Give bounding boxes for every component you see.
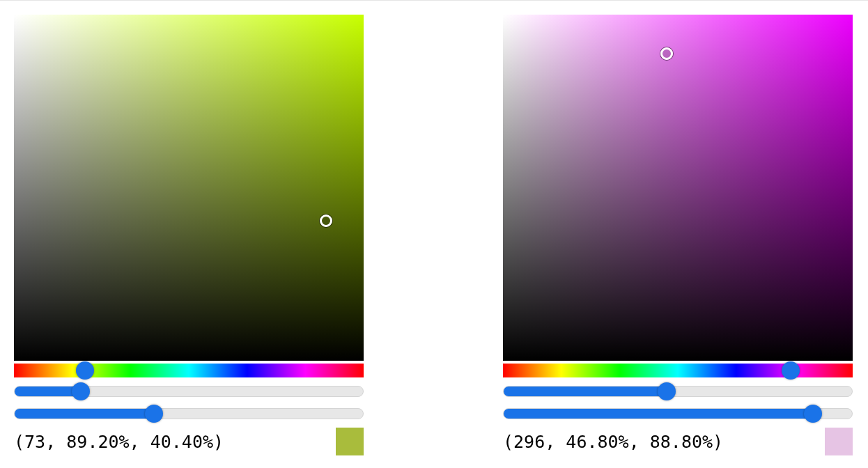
hsv-readout: (73, 89.20%, 40.40%) xyxy=(14,432,224,452)
hue-thumb[interactable] xyxy=(782,361,800,380)
slider-2-fill xyxy=(15,409,154,419)
slider-1[interactable] xyxy=(503,386,853,397)
color-swatch xyxy=(336,428,364,455)
saturation-value: 46.80% xyxy=(566,432,628,452)
slider-1-fill xyxy=(15,387,81,396)
saturation-value-area[interactable] xyxy=(503,15,853,361)
slider-2-thumb[interactable] xyxy=(804,405,822,423)
sliders-group xyxy=(14,386,364,419)
hue-value: 296 xyxy=(513,432,545,452)
hsv-readout: (296, 46.80%, 88.80%) xyxy=(503,432,723,452)
hue-value: 73 xyxy=(24,432,45,452)
black-gradient-layer xyxy=(503,15,853,361)
slider-2[interactable] xyxy=(14,408,364,419)
sliders-group xyxy=(503,386,853,419)
saturation-value: 89.20% xyxy=(66,432,129,452)
slider-1-fill xyxy=(504,387,667,396)
slider-2[interactable] xyxy=(503,408,853,419)
value-value: 40.40% xyxy=(150,432,213,452)
value-value: 88.80% xyxy=(650,432,713,452)
readout-row: (73, 89.20%, 40.40%) xyxy=(14,428,364,455)
slider-1[interactable] xyxy=(14,386,364,397)
hue-slider[interactable] xyxy=(14,364,364,377)
hue-slider[interactable] xyxy=(503,364,853,377)
color-swatch xyxy=(825,428,853,455)
slider-1-thumb[interactable] xyxy=(72,382,90,400)
black-gradient-layer xyxy=(14,15,364,361)
saturation-value-area[interactable] xyxy=(14,15,364,361)
color-pickers-row: (73, 89.20%, 40.40%)(296, 46.80%, 88.80%… xyxy=(14,15,854,455)
slider-2-fill xyxy=(504,409,813,419)
color-picker-0: (73, 89.20%, 40.40%) xyxy=(14,15,364,455)
hue-thumb[interactable] xyxy=(76,361,94,380)
slider-1-thumb[interactable] xyxy=(658,382,676,400)
slider-2-thumb[interactable] xyxy=(145,405,163,423)
readout-row: (296, 46.80%, 88.80%) xyxy=(503,428,853,455)
color-picker-1: (296, 46.80%, 88.80%) xyxy=(503,15,853,455)
